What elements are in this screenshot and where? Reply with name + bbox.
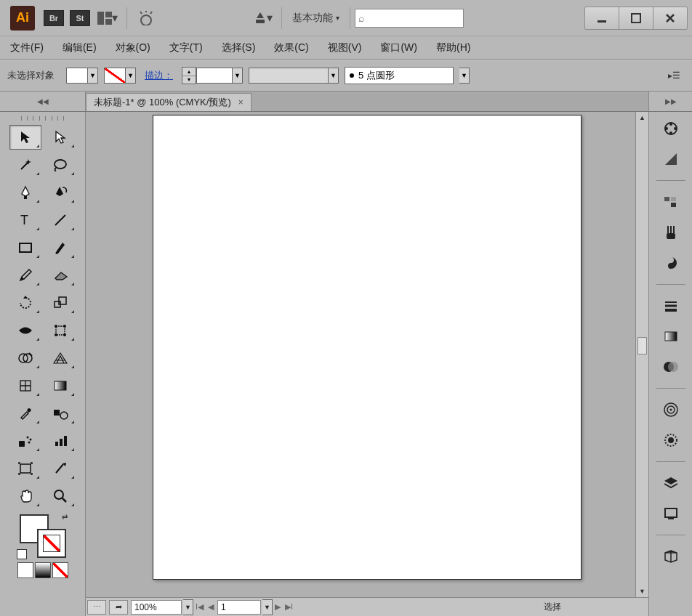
curvature-pen-tool[interactable] <box>44 180 76 205</box>
maximize-button[interactable] <box>619 7 653 30</box>
perspective-grid-tool[interactable] <box>44 346 76 370</box>
prev-artboard-icon[interactable]: ◀ <box>208 602 214 612</box>
pencil-tool[interactable] <box>9 263 41 288</box>
panels-collapse-toggle[interactable]: ▶▶ <box>648 92 692 111</box>
color-mode-icon[interactable] <box>17 562 33 578</box>
appearance-panel-icon[interactable] <box>659 397 683 422</box>
shape-builder-tool[interactable] <box>9 346 41 370</box>
artboard-dropdown-arrow[interactable]: ▼ <box>262 599 273 615</box>
symbols-panel-icon[interactable] <box>659 251 683 275</box>
status-menu-icon[interactable]: ⋯ <box>87 600 106 615</box>
symbol-sprayer-tool[interactable] <box>9 429 41 453</box>
fill-swatch-dropdown[interactable]: ▼ <box>66 68 98 84</box>
gradient-panel-icon[interactable] <box>659 324 683 349</box>
zoom-tool[interactable] <box>44 484 76 508</box>
asset-export-panel-icon[interactable] <box>659 501 683 526</box>
fill-stroke-control[interactable]: ⇄ <box>17 513 69 559</box>
gpu-preview-icon[interactable] <box>136 8 156 28</box>
toolbox-grip[interactable] <box>21 116 65 121</box>
transparency-panel-icon[interactable] <box>659 354 683 379</box>
workspace-dropdown[interactable]: 基本功能▾ <box>292 12 339 25</box>
share-icon[interactable]: ➦ <box>109 600 128 615</box>
arrange-documents-icon[interactable]: ▾ <box>97 8 118 28</box>
direct-selection-tool[interactable] <box>44 125 76 150</box>
search-input[interactable]: ⌕ <box>355 9 464 28</box>
menu-effect[interactable]: 效果(C) <box>270 38 313 57</box>
menu-select[interactable]: 选择(S) <box>217 38 260 57</box>
artboard[interactable] <box>153 115 582 580</box>
menu-help[interactable]: 帮助(H) <box>432 38 475 57</box>
vertical-scrollbar[interactable]: ▲▼ <box>635 112 648 597</box>
last-artboard-icon[interactable]: ▶I <box>285 602 293 612</box>
next-artboard-icon[interactable]: ▶ <box>275 602 281 612</box>
artboard-tool[interactable] <box>9 456 41 481</box>
default-fill-stroke-icon[interactable] <box>17 549 27 559</box>
layers-panel-icon[interactable] <box>659 471 683 495</box>
stroke-swatch-dropdown[interactable]: ▼ <box>104 68 136 84</box>
toolbox-collapse-toggle[interactable]: ◀◀ <box>0 92 86 111</box>
graphic-styles-panel-icon[interactable] <box>659 428 683 453</box>
color-guide-panel-icon[interactable] <box>659 147 683 171</box>
color-panel-icon[interactable] <box>659 116 683 141</box>
first-artboard-icon[interactable]: I◀ <box>196 602 204 612</box>
pen-tool[interactable] <box>9 180 41 205</box>
scale-tool[interactable] <box>44 291 76 315</box>
bridge-chip[interactable]: Br <box>44 10 64 26</box>
menu-file[interactable]: 文件(F) <box>6 38 48 57</box>
menu-window[interactable]: 窗口(W) <box>376 38 422 57</box>
close-button[interactable] <box>653 7 688 30</box>
artboard-number-field[interactable]: 1 <box>217 600 261 615</box>
panel-separator <box>656 535 685 535</box>
document-tab[interactable]: 未标题-1* @ 100% (CMYK/预览) × <box>86 93 252 111</box>
mesh-tool[interactable] <box>9 373 41 398</box>
line-segment-tool[interactable] <box>44 208 76 232</box>
zoom-level-field[interactable]: 100% <box>131 600 182 615</box>
gradient-tool[interactable] <box>44 373 76 398</box>
swap-fill-stroke-icon[interactable]: ⇄ <box>62 513 68 521</box>
control-panel-menu-icon[interactable]: ▸☰ <box>664 70 685 81</box>
selection-tool[interactable] <box>9 125 41 150</box>
separator <box>281 7 282 29</box>
paintbrush-tool[interactable] <box>44 235 76 260</box>
swatches-panel-icon[interactable] <box>659 190 683 214</box>
gradient-mode-icon[interactable] <box>35 562 51 578</box>
document-tab-bar: ◀◀ 未标题-1* @ 100% (CMYK/预览) × ▶▶ <box>0 92 692 112</box>
canvas-viewport[interactable]: ▲▼ <box>86 112 648 597</box>
menu-view[interactable]: 视图(V) <box>323 38 366 57</box>
stroke-weight-stepper[interactable]: ▲▼ ▼ <box>182 67 243 84</box>
type-tool[interactable]: T <box>9 208 41 232</box>
variable-width-profile-dropdown[interactable]: ▼ <box>249 68 339 84</box>
width-tool[interactable] <box>9 318 41 343</box>
svg-rect-24 <box>54 410 60 416</box>
stroke-color-icon[interactable] <box>37 529 66 558</box>
menu-edit[interactable]: 编辑(E) <box>58 38 101 57</box>
zoom-dropdown-arrow[interactable]: ▼ <box>183 599 193 615</box>
menu-object[interactable]: 对象(O) <box>111 38 155 57</box>
hand-tool[interactable] <box>9 484 41 508</box>
menu-type[interactable]: 文字(T) <box>165 38 207 57</box>
slice-tool[interactable] <box>44 456 76 481</box>
stock-chip[interactable]: St <box>70 10 90 26</box>
artboards-panel-icon[interactable] <box>659 544 683 569</box>
rotate-tool[interactable] <box>9 291 41 315</box>
column-graph-tool[interactable] <box>44 429 76 453</box>
brush-dropdown-arrow[interactable]: ▼ <box>459 68 470 84</box>
document-tab-title: 未标题-1* @ 100% (CMYK/预览) <box>94 96 231 109</box>
eraser-tool[interactable] <box>44 263 76 288</box>
free-transform-tool[interactable] <box>44 318 76 343</box>
stroke-link[interactable]: 描边： <box>145 69 173 82</box>
brushes-panel-icon[interactable] <box>659 220 683 245</box>
none-mode-icon[interactable] <box>52 562 68 578</box>
svg-point-34 <box>55 490 63 499</box>
minimize-button[interactable] <box>584 7 619 30</box>
close-tab-icon[interactable]: × <box>238 97 244 108</box>
sync-settings-icon[interactable]: ▾ <box>252 8 273 28</box>
brush-definition-dropdown[interactable]: 5 点圆形 <box>345 67 454 84</box>
magic-wand-tool[interactable] <box>9 153 41 177</box>
rectangle-tool[interactable] <box>9 235 41 260</box>
svg-line-35 <box>63 498 66 502</box>
stroke-panel-icon[interactable] <box>659 293 683 318</box>
eyedropper-tool[interactable] <box>9 401 41 426</box>
blend-tool[interactable] <box>44 401 76 426</box>
lasso-tool[interactable] <box>44 153 76 177</box>
